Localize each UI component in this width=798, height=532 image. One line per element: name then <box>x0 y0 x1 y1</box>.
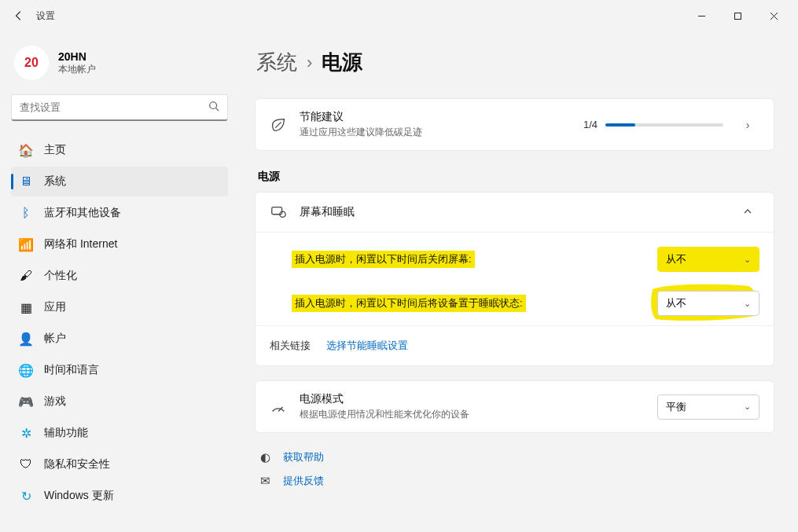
gaming-icon: 🎮 <box>19 394 33 409</box>
nav-label: 应用 <box>44 300 66 314</box>
screen-icon <box>270 204 287 221</box>
home-icon: 🏠 <box>19 143 33 157</box>
power-mode-sub: 根据电源使用情况和性能来优化你的设备 <box>300 408 469 421</box>
nav-time[interactable]: 🌐时间和语言 <box>11 355 228 385</box>
feedback-icon: ✉ <box>258 474 272 488</box>
profile-block[interactable]: 20 20HN 本地帐户 <box>14 46 223 80</box>
wifi-icon: 📶 <box>19 237 33 251</box>
chevron-down-icon: ⌄ <box>744 299 751 309</box>
help-icon: ◐ <box>258 450 272 464</box>
screen-sleep-expander: 屏幕和睡眠 插入电源时，闲置以下时间后关闭屏幕: 从不 ⌄ 插入电源时，闲置以下… <box>255 192 774 366</box>
related-link[interactable]: 选择节能睡眠设置 <box>326 339 408 353</box>
power-mode-title: 电源模式 <box>300 392 469 406</box>
nav-label: 帐户 <box>44 332 66 346</box>
system-icon: 🖥 <box>19 174 33 189</box>
link-label: 提供反馈 <box>283 474 324 488</box>
nav-label: 辅助功能 <box>44 426 88 440</box>
nav-label: 隐私和安全性 <box>44 457 110 471</box>
eco-sub: 通过应用这些建议降低碳足迹 <box>300 126 422 139</box>
breadcrumb-root[interactable]: 系统 <box>256 49 297 76</box>
nav-label: 蓝牙和其他设备 <box>44 206 121 220</box>
chevron-down-icon: ⌄ <box>744 402 751 412</box>
maximize-button[interactable] <box>719 3 756 28</box>
svg-point-7 <box>210 102 217 109</box>
search-box[interactable] <box>11 94 228 121</box>
nav-label: 主页 <box>44 143 66 157</box>
account-icon: 👤 <box>19 332 33 346</box>
nav-accounts[interactable]: 👤帐户 <box>11 324 228 354</box>
svg-line-8 <box>216 108 219 112</box>
breadcrumb-current: 电源 <box>322 49 362 76</box>
sleep-label: 插入电源时，闲置以下时间后将设备置于睡眠状态: <box>292 295 526 312</box>
close-button[interactable] <box>756 3 792 28</box>
nav-network[interactable]: 📶网络和 Internet <box>11 229 228 259</box>
feedback-link[interactable]: ✉ 提供反馈 <box>258 474 774 488</box>
nav-label: 网络和 Internet <box>44 237 117 251</box>
select-value: 从不 <box>666 252 686 266</box>
screen-off-select[interactable]: 从不 ⌄ <box>657 247 759 272</box>
breadcrumb: 系统 › 电源 <box>256 49 774 76</box>
chevron-up-icon <box>736 206 759 218</box>
back-button[interactable] <box>6 3 31 28</box>
nav-label: 系统 <box>44 174 66 189</box>
sleep-select[interactable]: 从不 ⌄ <box>657 291 759 316</box>
select-value: 平衡 <box>666 400 686 414</box>
eco-progress-bar <box>605 123 723 127</box>
chevron-right-icon: › <box>307 53 312 73</box>
eco-title: 节能建议 <box>300 110 422 124</box>
apps-icon: ▦ <box>19 300 33 314</box>
profile-subtitle: 本地帐户 <box>58 63 96 76</box>
link-label: 获取帮助 <box>283 450 324 464</box>
screen-sleep-header[interactable]: 屏幕和睡眠 <box>256 193 774 232</box>
update-icon: ↻ <box>19 489 33 503</box>
nav-label: 时间和语言 <box>44 363 99 377</box>
nav-personalize[interactable]: 🖌个性化 <box>11 261 228 291</box>
chevron-down-icon: ⌄ <box>744 255 751 265</box>
nav-accessibility[interactable]: ✲辅助功能 <box>11 418 228 448</box>
select-value: 从不 <box>666 296 686 310</box>
nav-gaming[interactable]: 🎮游戏 <box>11 387 228 416</box>
search-input[interactable] <box>20 101 204 113</box>
nav-apps[interactable]: ▦应用 <box>11 292 228 322</box>
screen-off-label: 插入电源时，闲置以下时间后关闭屏幕: <box>292 251 475 268</box>
accessibility-icon: ✲ <box>19 426 33 440</box>
power-mode-select[interactable]: 平衡 ⌄ <box>657 394 759 420</box>
eco-card[interactable]: 节能建议 通过应用这些建议降低碳足迹 1/4 › <box>255 98 774 151</box>
nav-label: 个性化 <box>44 269 77 283</box>
nav-privacy[interactable]: 🛡隐私和安全性 <box>11 449 228 479</box>
nav-bluetooth[interactable]: ᛒ蓝牙和其他设备 <box>11 198 228 228</box>
eco-progress-text: 1/4 <box>583 119 598 130</box>
bluetooth-icon: ᛒ <box>19 206 33 220</box>
related-links-label: 相关链接 <box>270 339 311 353</box>
nav-label: Windows 更新 <box>44 489 114 503</box>
profile-name: 20HN <box>58 50 96 63</box>
chevron-right-icon: › <box>736 119 759 131</box>
get-help-link[interactable]: ◐ 获取帮助 <box>258 450 774 464</box>
section-power-label: 电源 <box>258 170 774 184</box>
search-icon <box>208 101 219 114</box>
nav-label: 游戏 <box>44 394 66 409</box>
svg-rect-4 <box>734 13 741 19</box>
nav-update[interactable]: ↻Windows 更新 <box>11 481 228 511</box>
brush-icon: 🖌 <box>19 269 33 283</box>
screen-sleep-title: 屏幕和睡眠 <box>300 205 355 219</box>
gauge-icon <box>270 398 287 416</box>
nav-home[interactable]: 🏠主页 <box>11 135 228 165</box>
profile-logo: 20 <box>14 46 49 80</box>
minimize-button[interactable] <box>683 3 719 28</box>
nav-system[interactable]: 🖥系统 <box>11 167 228 196</box>
app-title: 设置 <box>36 9 55 23</box>
clock-icon: 🌐 <box>19 363 33 377</box>
shield-icon: 🛡 <box>19 457 33 471</box>
power-mode-card: 电源模式 根据电源使用情况和性能来优化你的设备 平衡 ⌄ <box>255 380 774 433</box>
leaf-icon <box>270 116 287 134</box>
